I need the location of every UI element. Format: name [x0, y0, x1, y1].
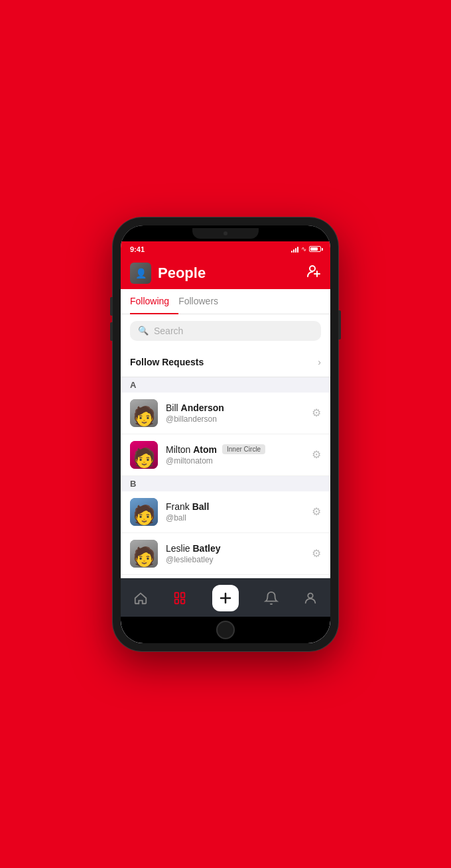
gear-icon[interactable]: ⚙ — [312, 505, 321, 518]
avatar-image: 🧑 — [130, 399, 158, 427]
app-header: 👤 People — [121, 257, 330, 289]
battery-fill — [310, 247, 318, 251]
signal-icon — [291, 246, 298, 253]
gear-icon[interactable]: ⚙ — [312, 406, 321, 419]
person-name-row: Frank Ball — [166, 501, 304, 512]
avatar[interactable]: 👤 — [130, 263, 151, 284]
list-item: 🧑 Milton Atom Inner Circle @miltonatom ⚙ — [121, 434, 330, 476]
avatar-image: 🧑 — [130, 540, 158, 568]
power-button[interactable] — [338, 310, 341, 340]
svg-rect-6 — [181, 599, 185, 603]
svg-point-0 — [310, 266, 315, 271]
home-button-area — [121, 617, 330, 643]
battery-icon — [309, 246, 321, 252]
person-name: Bill Anderson — [166, 403, 224, 413]
status-icons: ∿ — [291, 245, 321, 253]
nav-notifications[interactable] — [264, 591, 279, 605]
search-placeholder: Search — [154, 326, 183, 336]
tab-followers[interactable]: Followers — [178, 289, 227, 314]
search-bar[interactable]: 🔍 Search — [130, 321, 321, 341]
nav-add[interactable] — [212, 585, 239, 611]
status-time: 9:41 — [130, 245, 145, 253]
add-person-button[interactable] — [306, 264, 321, 282]
main-content: Following Followers 🔍 Search Follow Requ… — [121, 289, 330, 578]
add-button[interactable] — [212, 585, 239, 611]
person-name-row: Milton Atom Inner Circle — [166, 444, 304, 455]
phone-device: 9:41 ∿ 👤 People — [113, 217, 338, 651]
section-header-a: A — [121, 377, 330, 393]
person-name: Leslie Batley — [166, 543, 221, 554]
list-item: 🧑 Frank Ball @ball ⚙ — [121, 491, 330, 533]
vol-up-button[interactable] — [110, 297, 113, 316]
phone-screen: 9:41 ∿ 👤 People — [121, 225, 330, 643]
person-handle: @billanderson — [166, 414, 304, 424]
person-info: Leslie Batley @lesliebatley — [166, 543, 304, 564]
svg-rect-4 — [181, 592, 185, 597]
page-title: People — [158, 265, 206, 282]
svg-point-9 — [308, 593, 313, 597]
follow-requests-label: Follow Requests — [130, 357, 204, 367]
status-bar: 9:41 ∿ — [121, 241, 330, 257]
avatar: 🧑 — [130, 399, 158, 427]
svg-rect-5 — [175, 599, 179, 603]
svg-rect-3 — [175, 592, 179, 597]
person-info: Frank Ball @ball — [166, 501, 304, 523]
notch-area — [121, 225, 330, 241]
camera-dot — [224, 231, 227, 235]
person-name: Frank Ball — [166, 501, 209, 512]
person-info: Bill Anderson @billanderson — [166, 403, 304, 424]
avatar-image: 🧑 — [130, 498, 158, 526]
search-container: 🔍 Search — [121, 314, 330, 347]
avatar-image: 🧑 — [130, 441, 158, 469]
list-item: 🧑 Leslie Batley @lesliebatley ⚙ — [121, 533, 330, 575]
tab-following[interactable]: Following — [130, 289, 178, 314]
nav-home[interactable] — [133, 591, 148, 605]
list-item: 🧑 Bill Anderson @billanderson ⚙ — [121, 393, 330, 434]
home-button[interactable] — [216, 621, 235, 639]
avatar: 🧑 — [130, 540, 158, 568]
follow-requests-row[interactable]: Follow Requests › — [121, 347, 330, 377]
person-handle: @miltonatom — [166, 456, 304, 465]
notch — [192, 228, 259, 239]
search-icon: 🔍 — [138, 326, 149, 336]
person-handle: @ball — [166, 513, 304, 523]
person-handle: @lesliebatley — [166, 555, 304, 564]
avatar: 🧑 — [130, 498, 158, 526]
bottom-nav — [121, 578, 330, 617]
chevron-right-icon: › — [318, 357, 321, 367]
vol-down-button[interactable] — [110, 322, 113, 341]
wifi-icon: ∿ — [301, 245, 306, 253]
person-name: Milton Atom — [166, 444, 217, 455]
inner-circle-badge: Inner Circle — [222, 444, 265, 454]
person-name-row: Leslie Batley — [166, 543, 304, 554]
person-info: Milton Atom Inner Circle @miltonatom — [166, 444, 304, 465]
person-name-row: Bill Anderson — [166, 403, 304, 413]
tabs-bar: Following Followers — [121, 289, 330, 314]
avatar: 🧑 — [130, 441, 158, 469]
header-left: 👤 People — [130, 263, 206, 284]
nav-feed[interactable] — [172, 591, 187, 605]
section-header-b: B — [121, 476, 330, 491]
nav-profile[interactable] — [303, 591, 318, 605]
avatar-image: 👤 — [130, 263, 151, 284]
gear-icon[interactable]: ⚙ — [312, 547, 321, 560]
gear-icon[interactable]: ⚙ — [312, 448, 321, 461]
